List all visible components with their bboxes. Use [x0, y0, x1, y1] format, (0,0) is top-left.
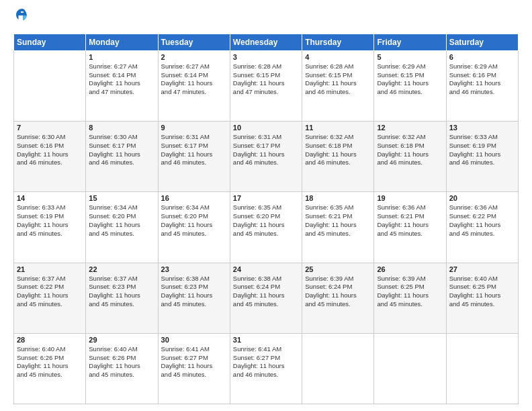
calendar-cell: 2Sunrise: 6:27 AM Sunset: 6:14 PM Daylig… — [158, 50, 230, 121]
day-info: Sunrise: 6:41 AM Sunset: 6:27 PM Dayligh… — [233, 345, 299, 379]
week-row-3: 14Sunrise: 6:33 AM Sunset: 6:19 PM Dayli… — [14, 192, 519, 263]
calendar-table: SundayMondayTuesdayWednesdayThursdayFrid… — [13, 34, 519, 404]
day-number: 22 — [89, 265, 154, 273]
calendar-cell: 22Sunrise: 6:37 AM Sunset: 6:23 PM Dayli… — [86, 263, 158, 333]
day-number: 9 — [161, 124, 227, 132]
day-info: Sunrise: 6:29 AM Sunset: 6:15 PM Dayligh… — [377, 62, 443, 97]
day-info: Sunrise: 6:30 AM Sunset: 6:17 PM Dayligh… — [89, 133, 154, 167]
calendar-cell: 10Sunrise: 6:31 AM Sunset: 6:17 PM Dayli… — [230, 122, 302, 192]
day-info: Sunrise: 6:33 AM Sunset: 6:19 PM Dayligh… — [449, 133, 515, 167]
day-number: 14 — [17, 194, 83, 202]
calendar-header-row: SundayMondayTuesdayWednesdayThursdayFrid… — [14, 34, 519, 50]
day-info: Sunrise: 6:35 AM Sunset: 6:21 PM Dayligh… — [305, 203, 371, 238]
day-header-tuesday: Tuesday — [158, 34, 230, 50]
day-number: 3 — [233, 53, 299, 61]
calendar-cell: 19Sunrise: 6:36 AM Sunset: 6:21 PM Dayli… — [374, 192, 446, 263]
logo — [13, 12, 30, 26]
calendar-cell: 4Sunrise: 6:28 AM Sunset: 6:15 PM Daylig… — [302, 50, 374, 121]
day-info: Sunrise: 6:39 AM Sunset: 6:25 PM Dayligh… — [377, 275, 443, 309]
day-number: 31 — [233, 336, 299, 344]
day-info: Sunrise: 6:41 AM Sunset: 6:27 PM Dayligh… — [161, 345, 227, 379]
day-info: Sunrise: 6:40 AM Sunset: 6:26 PM Dayligh… — [17, 345, 83, 379]
day-number: 24 — [233, 265, 299, 273]
calendar-cell: 27Sunrise: 6:40 AM Sunset: 6:25 PM Dayli… — [446, 263, 518, 333]
week-row-1: 1Sunrise: 6:27 AM Sunset: 6:14 PM Daylig… — [14, 50, 519, 121]
day-number: 6 — [449, 53, 515, 61]
calendar-cell: 24Sunrise: 6:38 AM Sunset: 6:24 PM Dayli… — [230, 263, 302, 333]
calendar-cell: 25Sunrise: 6:39 AM Sunset: 6:24 PM Dayli… — [302, 263, 374, 333]
day-number: 25 — [305, 265, 371, 273]
day-number: 12 — [377, 124, 443, 132]
day-info: Sunrise: 6:38 AM Sunset: 6:23 PM Dayligh… — [161, 275, 227, 309]
day-info: Sunrise: 6:27 AM Sunset: 6:14 PM Dayligh… — [89, 62, 154, 97]
day-info: Sunrise: 6:29 AM Sunset: 6:16 PM Dayligh… — [449, 62, 515, 97]
day-header-wednesday: Wednesday — [230, 34, 302, 50]
calendar-cell: 29Sunrise: 6:40 AM Sunset: 6:26 PM Dayli… — [86, 333, 158, 404]
day-info: Sunrise: 6:34 AM Sunset: 6:20 PM Dayligh… — [89, 203, 154, 238]
day-number: 18 — [305, 194, 371, 202]
calendar-cell: 15Sunrise: 6:34 AM Sunset: 6:20 PM Dayli… — [86, 192, 158, 263]
day-header-sunday: Sunday — [14, 34, 86, 50]
day-number: 13 — [449, 124, 515, 132]
day-info: Sunrise: 6:36 AM Sunset: 6:22 PM Dayligh… — [449, 203, 515, 238]
day-info: Sunrise: 6:35 AM Sunset: 6:20 PM Dayligh… — [233, 203, 299, 238]
calendar-cell — [446, 333, 518, 404]
day-number: 15 — [89, 194, 154, 202]
day-header-saturday: Saturday — [446, 34, 518, 50]
day-number: 4 — [305, 53, 371, 61]
calendar-cell: 13Sunrise: 6:33 AM Sunset: 6:19 PM Dayli… — [446, 122, 518, 192]
day-info: Sunrise: 6:28 AM Sunset: 6:15 PM Dayligh… — [233, 62, 299, 97]
day-number: 21 — [17, 265, 83, 273]
calendar-cell — [374, 333, 446, 404]
day-number: 10 — [233, 124, 299, 132]
day-number: 30 — [161, 336, 227, 344]
day-info: Sunrise: 6:37 AM Sunset: 6:22 PM Dayligh… — [17, 275, 83, 309]
day-info: Sunrise: 6:40 AM Sunset: 6:25 PM Dayligh… — [449, 275, 515, 309]
day-header-thursday: Thursday — [302, 34, 374, 50]
day-header-monday: Monday — [86, 34, 158, 50]
calendar-cell: 8Sunrise: 6:30 AM Sunset: 6:17 PM Daylig… — [86, 122, 158, 192]
calendar-cell: 7Sunrise: 6:30 AM Sunset: 6:16 PM Daylig… — [14, 122, 86, 192]
calendar-cell: 12Sunrise: 6:32 AM Sunset: 6:18 PM Dayli… — [374, 122, 446, 192]
week-row-4: 21Sunrise: 6:37 AM Sunset: 6:22 PM Dayli… — [14, 263, 519, 333]
calendar-cell: 14Sunrise: 6:33 AM Sunset: 6:19 PM Dayli… — [14, 192, 86, 263]
day-info: Sunrise: 6:40 AM Sunset: 6:26 PM Dayligh… — [89, 345, 154, 379]
week-row-5: 28Sunrise: 6:40 AM Sunset: 6:26 PM Dayli… — [14, 333, 519, 404]
day-number: 23 — [161, 265, 227, 273]
day-number: 8 — [89, 124, 154, 132]
day-number: 5 — [377, 53, 443, 61]
day-number: 16 — [161, 194, 227, 202]
day-header-friday: Friday — [374, 34, 446, 50]
day-info: Sunrise: 6:39 AM Sunset: 6:24 PM Dayligh… — [305, 275, 371, 309]
calendar-cell — [302, 333, 374, 404]
day-info: Sunrise: 6:32 AM Sunset: 6:18 PM Dayligh… — [377, 133, 443, 167]
day-info: Sunrise: 6:37 AM Sunset: 6:23 PM Dayligh… — [89, 275, 154, 309]
day-number: 20 — [449, 194, 515, 202]
day-info: Sunrise: 6:28 AM Sunset: 6:15 PM Dayligh… — [305, 62, 371, 97]
day-number: 27 — [449, 265, 515, 273]
day-info: Sunrise: 6:32 AM Sunset: 6:18 PM Dayligh… — [305, 133, 371, 167]
calendar-cell: 1Sunrise: 6:27 AM Sunset: 6:14 PM Daylig… — [86, 50, 158, 121]
day-number: 28 — [17, 336, 83, 344]
calendar-cell: 31Sunrise: 6:41 AM Sunset: 6:27 PM Dayli… — [230, 333, 302, 404]
day-info: Sunrise: 6:31 AM Sunset: 6:17 PM Dayligh… — [233, 133, 299, 167]
calendar-cell — [14, 50, 86, 121]
day-number: 29 — [89, 336, 154, 344]
calendar-page: SundayMondayTuesdayWednesdayThursdayFrid… — [0, 0, 532, 411]
calendar-cell: 20Sunrise: 6:36 AM Sunset: 6:22 PM Dayli… — [446, 192, 518, 263]
day-number: 11 — [305, 124, 371, 132]
calendar-cell: 21Sunrise: 6:37 AM Sunset: 6:22 PM Dayli… — [14, 263, 86, 333]
calendar-cell: 18Sunrise: 6:35 AM Sunset: 6:21 PM Dayli… — [302, 192, 374, 263]
day-info: Sunrise: 6:38 AM Sunset: 6:24 PM Dayligh… — [233, 275, 299, 309]
calendar-body: 1Sunrise: 6:27 AM Sunset: 6:14 PM Daylig… — [14, 50, 519, 404]
day-info: Sunrise: 6:31 AM Sunset: 6:17 PM Dayligh… — [161, 133, 227, 167]
calendar-cell: 11Sunrise: 6:32 AM Sunset: 6:18 PM Dayli… — [302, 122, 374, 192]
calendar-cell: 6Sunrise: 6:29 AM Sunset: 6:16 PM Daylig… — [446, 50, 518, 121]
calendar-cell: 26Sunrise: 6:39 AM Sunset: 6:25 PM Dayli… — [374, 263, 446, 333]
calendar-cell: 23Sunrise: 6:38 AM Sunset: 6:23 PM Dayli… — [158, 263, 230, 333]
week-row-2: 7Sunrise: 6:30 AM Sunset: 6:16 PM Daylig… — [14, 122, 519, 192]
day-number: 1 — [89, 53, 154, 61]
day-number: 19 — [377, 194, 443, 202]
header — [13, 12, 519, 26]
day-info: Sunrise: 6:33 AM Sunset: 6:19 PM Dayligh… — [17, 203, 83, 238]
